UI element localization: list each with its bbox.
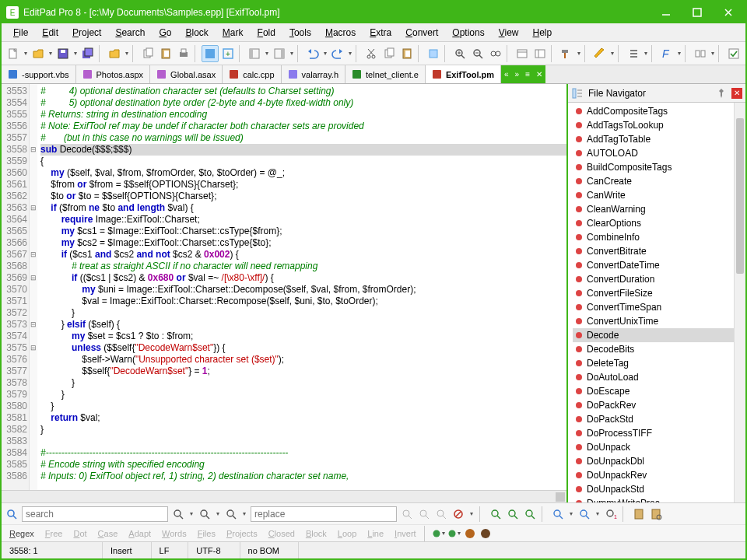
nav-item[interactable]: ConvertDuration [573,272,745,286]
maximize-button[interactable] [682,2,713,23]
v-scrollbar[interactable] [734,103,745,502]
search-all-icon[interactable] [224,507,238,521]
font-icon[interactable]: F [658,45,675,62]
dropdown-icon[interactable]: ▾ [576,50,582,57]
dropdown-icon[interactable]: ▾ [643,50,649,57]
status-bom[interactable]: no BOM [240,542,299,558]
nav-item[interactable]: AddTagsToLookup [573,118,745,132]
menu-view[interactable]: View [492,25,526,40]
tab-exiftool-pm[interactable]: ExifTool.pm [426,65,501,83]
opt-projects[interactable]: Projects [222,527,262,540]
search-icon[interactable] [5,507,19,521]
tab-close-icon[interactable]: ✕ [533,70,545,79]
find-fold-icon[interactable] [577,507,591,521]
dropdown-icon[interactable]: ▾ [710,50,716,57]
nav-item[interactable]: AddTagToTable [573,132,745,146]
nav-item[interactable]: DoUnpackDbl [573,454,745,468]
tab-list-icon[interactable]: ≡ [522,70,533,79]
tool1-icon[interactable] [425,45,442,62]
h-scrollbar[interactable] [2,490,566,502]
globe-icon[interactable]: ▾ [432,527,446,541]
status-eol[interactable]: LF [152,542,189,558]
files-panel-icon[interactable] [514,45,531,62]
menu-macros[interactable]: Macros [318,25,363,40]
status-enc[interactable]: UTF-8 [188,542,240,558]
code-editor[interactable]: 3553355435553556355735583559356035613562… [2,84,566,490]
open-project-icon[interactable] [106,45,123,62]
dropdown-icon[interactable]: ▾ [124,50,130,57]
options-icon[interactable] [725,45,742,62]
search-input[interactable] [22,506,168,522]
tool-hammer-icon[interactable] [558,45,575,62]
opt-free[interactable]: Free [40,527,68,540]
save-icon[interactable] [54,45,72,62]
menu-edit[interactable]: Edit [35,25,65,40]
pin-icon[interactable] [716,88,727,99]
replace3-icon[interactable] [434,507,448,521]
minimize-button[interactable] [651,2,682,23]
nav-item[interactable]: CombineInfo [573,230,745,244]
hl3-icon[interactable] [523,507,537,521]
replace-input[interactable] [251,506,397,522]
menu-extra[interactable]: Extra [363,25,398,40]
open-file-icon[interactable] [30,45,47,62]
hl2-icon[interactable] [506,507,520,521]
opt-files[interactable]: Files [193,527,220,540]
opt-case[interactable]: Case [93,527,123,540]
nav-item[interactable]: BuildCompositeTags [573,160,745,174]
status-mode[interactable]: Insert [103,542,152,558]
tab-global-asax[interactable]: Global.asax [150,65,223,83]
tab-prev-icon[interactable]: « [501,70,512,79]
redo-icon[interactable] [329,45,346,62]
code-area[interactable]: # 4) optional destination character set … [37,84,566,490]
paste-icon[interactable] [157,45,174,62]
dropdown-icon[interactable]: ▾ [215,510,221,517]
opt-block[interactable]: Block [301,527,331,540]
menu-tools[interactable]: Tools [282,25,318,40]
nav-item[interactable]: DummyWriteProc [573,496,745,502]
zoom-in-icon[interactable] [451,45,468,62]
clip-search-icon[interactable] [632,507,646,521]
tab--support-vbs[interactable]: -support.vbs [2,65,76,83]
nav-item[interactable]: ConvertUnixTime [573,314,745,328]
dropdown-icon[interactable]: ▾ [347,50,353,57]
fold-gutter[interactable]: ⊟⊟⊟⊟⊟⊟ [30,84,37,490]
search-prev-icon[interactable] [198,507,212,521]
new-window-icon[interactable]: + [219,45,237,62]
nav-item[interactable]: CanWrite [573,188,745,202]
nav-item[interactable]: ConvertBitrate [573,244,745,258]
dropdown-icon[interactable]: ▾ [468,510,475,517]
menu-block[interactable]: Block [179,25,216,40]
menu-options[interactable]: Options [445,25,491,40]
nav-item[interactable]: DoProcessTIFF [573,426,745,440]
opt-line[interactable]: Line [363,527,388,540]
nav-item[interactable]: DeleteTag [573,356,745,370]
nav-item[interactable]: DecodeBits [573,342,745,356]
dropdown-icon[interactable]: ▾ [72,50,79,57]
feather-icon[interactable] [479,527,493,541]
dropdown-icon[interactable]: ▾ [47,50,54,57]
sidebar-left-icon[interactable] [246,45,263,62]
opt-regex[interactable]: Regex [5,527,39,540]
opt-words[interactable]: Words [157,527,191,540]
undo-icon[interactable] [304,45,321,62]
close-button[interactable] [713,2,744,23]
nav-item[interactable]: DoUnpack [573,440,745,454]
save-all-icon[interactable] [79,45,96,62]
menu-convert[interactable]: Convert [398,25,445,40]
opt-closed[interactable]: Closed [264,527,300,540]
nav-item[interactable]: DoPackRev [573,398,745,412]
menu-mark[interactable]: Mark [216,25,251,40]
sidebar-right-icon[interactable] [271,45,288,62]
cut-icon[interactable] [363,45,380,62]
navigator-list[interactable]: AddCompositeTagsAddTagsToLookupAddTagToT… [568,103,745,502]
marker-icon[interactable] [591,45,608,62]
replace-stop-icon[interactable] [451,507,465,521]
menu-project[interactable]: Project [65,25,108,40]
print-icon[interactable] [175,45,192,62]
panel-close-button[interactable]: ✕ [731,88,742,99]
dropdown-icon[interactable]: ▾ [264,50,270,57]
nav-item[interactable]: CleanWarning [573,202,745,216]
nav-item[interactable]: ClearOptions [573,216,745,230]
copy-icon[interactable] [139,45,156,62]
